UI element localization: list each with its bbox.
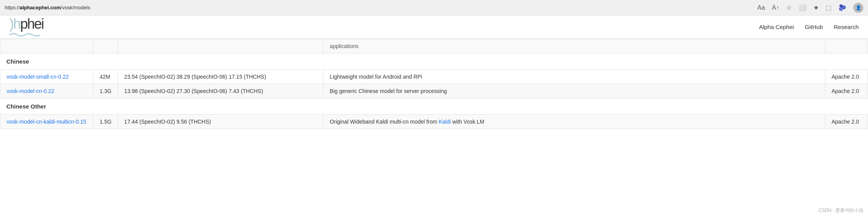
kaldi-link[interactable]: Kaldi bbox=[439, 119, 451, 125]
cell-size: 42M bbox=[93, 70, 118, 84]
logo-text: phei bbox=[20, 16, 43, 32]
model-link-cn[interactable]: vosk-model-cn-0.22 bbox=[7, 88, 54, 94]
nav-alpha-cephei[interactable]: Alpha Cephei bbox=[759, 24, 794, 30]
nav-research[interactable]: Research bbox=[834, 24, 859, 30]
site-nav: Alpha Cephei GitHub Research bbox=[759, 24, 859, 30]
cell-notes: Lightweight model for Android and RPi bbox=[323, 70, 825, 84]
text-size-icon[interactable]: A↑ bbox=[772, 4, 779, 11]
cell-notes: Big generic Chinese model for server pro… bbox=[323, 84, 825, 98]
model-link-kaldi-multicn[interactable]: vosk-model-cn-kaldi-multicn-0.15 bbox=[7, 119, 86, 125]
section-label-chinese: Chinese bbox=[0, 53, 868, 70]
section-label-chinese-other: Chinese Other bbox=[0, 98, 868, 115]
split-view-icon[interactable]: ⬜ bbox=[799, 4, 806, 11]
cell-size: 1.3G bbox=[93, 84, 118, 98]
partial-cell-wer bbox=[118, 39, 323, 53]
site-logo: )hphei bbox=[9, 16, 43, 32]
section-header-chinese: Chinese bbox=[0, 53, 868, 70]
favorites-icon[interactable]: ★ bbox=[813, 4, 819, 11]
cell-model-name: vosk-model-cn-kaldi-multicn-0.15 bbox=[0, 115, 93, 129]
browser-bar: https://alphacephei.com/vosk/models Aa A… bbox=[0, 0, 868, 16]
bookmark-icon[interactable]: ☆ bbox=[786, 4, 792, 11]
logo-wave-decoration bbox=[9, 33, 40, 37]
nav-github[interactable]: GitHub bbox=[805, 24, 823, 30]
browser-icons: Aa A↑ ☆ ⬜ ★ ⬚ 🫐 👤 bbox=[757, 3, 863, 13]
partial-cell-license bbox=[825, 39, 868, 53]
cell-wer: 23.54 (SpeechIO-02) 38.29 (SpeechIO-06) … bbox=[118, 70, 323, 84]
cell-model-name: vosk-model-cn-0.22 bbox=[0, 84, 93, 98]
address-bar[interactable]: https://alphacephei.com/vosk/models bbox=[5, 5, 753, 10]
cell-size: 1.5G bbox=[93, 115, 118, 129]
cell-model-name: vosk-model-small-cn-0.22 bbox=[0, 70, 93, 84]
share-icon[interactable]: ⬚ bbox=[826, 4, 832, 11]
partial-cell-name bbox=[0, 39, 93, 53]
models-table: applications Chinese vosk-model-small-cn… bbox=[0, 39, 868, 129]
logo-area: )hphei bbox=[9, 16, 43, 38]
partial-cell-notes: applications bbox=[323, 39, 825, 53]
cell-wer: 17.44 (SpeechIO-02) 9.56 (THCHS) bbox=[118, 115, 323, 129]
cell-license: Apache 2.0 bbox=[825, 70, 868, 84]
section-header-chinese-other: Chinese Other bbox=[0, 98, 868, 115]
table-row-partial: applications bbox=[0, 39, 868, 53]
cell-license: Apache 2.0 bbox=[825, 84, 868, 98]
cell-license: Apache 2.0 bbox=[825, 115, 868, 129]
user-avatar[interactable]: 👤 bbox=[853, 3, 863, 13]
address-text: https://alphacephei.com/vosk/models bbox=[5, 5, 90, 10]
model-link-small-cn[interactable]: vosk-model-small-cn-0.22 bbox=[7, 74, 69, 80]
table-row: vosk-model-cn-0.22 1.3G 13.98 (SpeechIO-… bbox=[0, 84, 868, 98]
page-content: applications Chinese vosk-model-small-cn… bbox=[0, 39, 868, 129]
table-row: vosk-model-small-cn-0.22 42M 23.54 (Spee… bbox=[0, 70, 868, 84]
cell-wer: 13.98 (SpeechIO-02) 27.30 (SpeechIO-06) … bbox=[118, 84, 323, 98]
extensions-icon[interactable]: 🫐 bbox=[839, 4, 846, 11]
notes-text-after: with Vosk LM bbox=[451, 119, 484, 125]
notes-text-before: Original Wideband Kaldi multi-cn model f… bbox=[330, 119, 439, 125]
reader-mode-icon[interactable]: Aa bbox=[757, 4, 765, 11]
table-row: vosk-model-cn-kaldi-multicn-0.15 1.5G 17… bbox=[0, 115, 868, 129]
site-header: )hphei Alpha Cephei GitHub Research bbox=[0, 16, 868, 39]
cell-notes-complex: Original Wideband Kaldi multi-cn model f… bbox=[323, 115, 825, 129]
partial-cell-size bbox=[93, 39, 118, 53]
